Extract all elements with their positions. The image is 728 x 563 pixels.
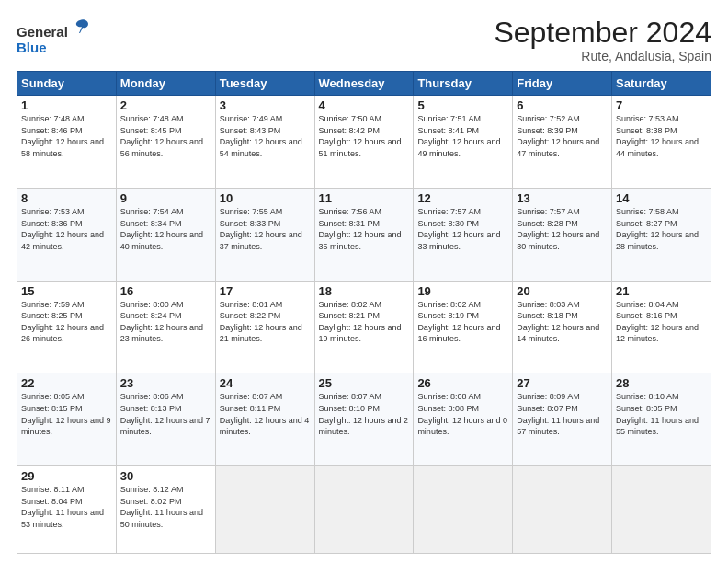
calendar-cell: 26 Sunrise: 8:08 AMSunset: 8:08 PMDaylig… [414,373,513,466]
day-info: Sunrise: 7:55 AMSunset: 8:33 PMDaylight:… [220,207,302,251]
day-number: 11 [319,191,410,205]
calendar-cell: 18 Sunrise: 8:02 AMSunset: 8:21 PMDaylig… [314,281,414,373]
day-number: 10 [220,191,311,205]
calendar-cell [513,466,612,554]
calendar-row: 29 Sunrise: 8:11 AMSunset: 8:04 PMDaylig… [17,466,711,554]
calendar-row: 8 Sunrise: 7:53 AMSunset: 8:36 PMDayligh… [17,188,711,281]
month-title: September 2024 [494,17,711,49]
calendar-cell: 6 Sunrise: 7:52 AMSunset: 8:39 PMDayligh… [513,96,612,189]
day-info: Sunrise: 7:58 AMSunset: 8:27 PMDaylight:… [616,207,699,251]
day-number: 19 [417,284,508,298]
day-number: 26 [417,376,508,390]
day-info: Sunrise: 7:51 AMSunset: 8:41 PMDaylight:… [417,114,500,158]
day-number: 5 [417,98,508,112]
day-info: Sunrise: 7:53 AMSunset: 8:36 PMDaylight:… [21,207,104,251]
calendar-cell: 23 Sunrise: 8:06 AMSunset: 8:13 PMDaylig… [116,373,215,466]
calendar-cell [612,466,711,554]
weekday-header: Sunday [17,72,117,96]
weekday-header: Friday [513,72,612,96]
day-number: 27 [517,376,608,390]
day-number: 24 [220,376,311,390]
day-info: Sunrise: 8:02 AMSunset: 8:21 PMDaylight:… [319,300,402,344]
day-info: Sunrise: 7:54 AMSunset: 8:34 PMDaylight:… [120,207,203,251]
day-info: Sunrise: 8:04 AMSunset: 8:16 PMDaylight:… [616,300,699,344]
day-info: Sunrise: 8:00 AMSunset: 8:24 PMDaylight:… [120,300,203,344]
calendar-row: 22 Sunrise: 8:05 AMSunset: 8:15 PMDaylig… [17,373,711,466]
title-block: September 2024 Rute, Andalusia, Spain [494,17,711,63]
day-number: 22 [21,376,112,390]
calendar-cell: 30 Sunrise: 8:12 AMSunset: 8:02 PMDaylig… [116,466,215,554]
calendar-cell: 7 Sunrise: 7:53 AMSunset: 8:38 PMDayligh… [612,96,711,189]
day-info: Sunrise: 7:49 AMSunset: 8:43 PMDaylight:… [220,114,302,158]
calendar-cell: 8 Sunrise: 7:53 AMSunset: 8:36 PMDayligh… [17,188,117,281]
weekday-header: Wednesday [314,72,414,96]
calendar-cell: 14 Sunrise: 7:58 AMSunset: 8:27 PMDaylig… [612,188,711,281]
calendar-cell: 15 Sunrise: 7:59 AMSunset: 8:25 PMDaylig… [17,281,117,373]
logo: General Blue [17,17,90,55]
calendar-cell: 22 Sunrise: 8:05 AMSunset: 8:15 PMDaylig… [17,373,117,466]
calendar-cell: 13 Sunrise: 7:57 AMSunset: 8:28 PMDaylig… [513,188,612,281]
calendar-cell: 21 Sunrise: 8:04 AMSunset: 8:16 PMDaylig… [612,281,711,373]
weekday-header: Monday [116,72,215,96]
calendar-cell [314,466,414,554]
day-number: 8 [21,191,112,205]
day-number: 18 [319,284,410,298]
day-number: 23 [120,376,211,390]
day-info: Sunrise: 7:57 AMSunset: 8:28 PMDaylight:… [517,207,599,251]
day-number: 14 [616,191,707,205]
logo-blue-text: Blue [17,40,47,55]
calendar-cell: 1 Sunrise: 7:48 AMSunset: 8:46 PMDayligh… [17,96,117,189]
day-number: 3 [220,98,311,112]
page: General Blue September 2024 Rute, Andalu… [0,0,728,563]
day-number: 6 [517,98,608,112]
day-info: Sunrise: 8:10 AMSunset: 8:05 PMDaylight:… [616,392,699,436]
day-info: Sunrise: 7:56 AMSunset: 8:31 PMDaylight:… [319,207,402,251]
day-info: Sunrise: 7:48 AMSunset: 8:46 PMDaylight:… [21,114,104,158]
calendar-cell: 29 Sunrise: 8:11 AMSunset: 8:04 PMDaylig… [17,466,117,554]
calendar-table: SundayMondayTuesdayWednesdayThursdayFrid… [17,71,711,554]
day-number: 30 [120,469,211,483]
calendar-cell: 16 Sunrise: 8:00 AMSunset: 8:24 PMDaylig… [116,281,215,373]
calendar-cell: 3 Sunrise: 7:49 AMSunset: 8:43 PMDayligh… [215,96,314,189]
day-info: Sunrise: 8:02 AMSunset: 8:19 PMDaylight:… [417,300,500,344]
day-info: Sunrise: 8:07 AMSunset: 8:11 PMDaylight:… [220,392,310,436]
header: General Blue September 2024 Rute, Andalu… [17,17,711,63]
day-number: 16 [120,284,211,298]
calendar-row: 1 Sunrise: 7:48 AMSunset: 8:46 PMDayligh… [17,96,711,189]
calendar-cell: 4 Sunrise: 7:50 AMSunset: 8:42 PMDayligh… [314,96,414,189]
day-info: Sunrise: 8:08 AMSunset: 8:08 PMDaylight:… [417,392,507,436]
day-number: 4 [319,98,410,112]
day-info: Sunrise: 7:52 AMSunset: 8:39 PMDaylight:… [517,114,599,158]
day-info: Sunrise: 7:53 AMSunset: 8:38 PMDaylight:… [616,114,699,158]
day-number: 1 [21,98,112,112]
weekday-header: Saturday [612,72,711,96]
day-number: 15 [21,284,112,298]
day-info: Sunrise: 8:03 AMSunset: 8:18 PMDaylight:… [517,300,599,344]
day-number: 28 [616,376,707,390]
day-number: 25 [319,376,410,390]
day-info: Sunrise: 8:06 AMSunset: 8:13 PMDaylight:… [120,392,210,436]
calendar-cell: 10 Sunrise: 7:55 AMSunset: 8:33 PMDaylig… [215,188,314,281]
calendar-cell: 9 Sunrise: 7:54 AMSunset: 8:34 PMDayligh… [116,188,215,281]
day-number: 7 [616,98,707,112]
calendar-cell: 24 Sunrise: 8:07 AMSunset: 8:11 PMDaylig… [215,373,314,466]
calendar-cell: 11 Sunrise: 7:56 AMSunset: 8:31 PMDaylig… [314,188,414,281]
calendar-cell: 2 Sunrise: 7:48 AMSunset: 8:45 PMDayligh… [116,96,215,189]
day-number: 9 [120,191,211,205]
day-info: Sunrise: 8:01 AMSunset: 8:22 PMDaylight:… [220,300,302,344]
calendar-row: 15 Sunrise: 7:59 AMSunset: 8:25 PMDaylig… [17,281,711,373]
day-info: Sunrise: 7:59 AMSunset: 8:25 PMDaylight:… [21,300,104,344]
calendar-cell: 20 Sunrise: 8:03 AMSunset: 8:18 PMDaylig… [513,281,612,373]
logo-bird-icon [70,17,90,37]
logo-general-text: General [17,24,68,40]
day-info: Sunrise: 7:48 AMSunset: 8:45 PMDaylight:… [120,114,203,158]
day-info: Sunrise: 7:57 AMSunset: 8:30 PMDaylight:… [417,207,500,251]
calendar-cell: 19 Sunrise: 8:02 AMSunset: 8:19 PMDaylig… [414,281,513,373]
day-number: 29 [21,469,112,483]
calendar-cell: 25 Sunrise: 8:07 AMSunset: 8:10 PMDaylig… [314,373,414,466]
calendar-cell: 28 Sunrise: 8:10 AMSunset: 8:05 PMDaylig… [612,373,711,466]
day-info: Sunrise: 7:50 AMSunset: 8:42 PMDaylight:… [319,114,402,158]
day-info: Sunrise: 8:12 AMSunset: 8:02 PMDaylight:… [120,485,203,529]
calendar-cell: 5 Sunrise: 7:51 AMSunset: 8:41 PMDayligh… [414,96,513,189]
day-number: 20 [517,284,608,298]
